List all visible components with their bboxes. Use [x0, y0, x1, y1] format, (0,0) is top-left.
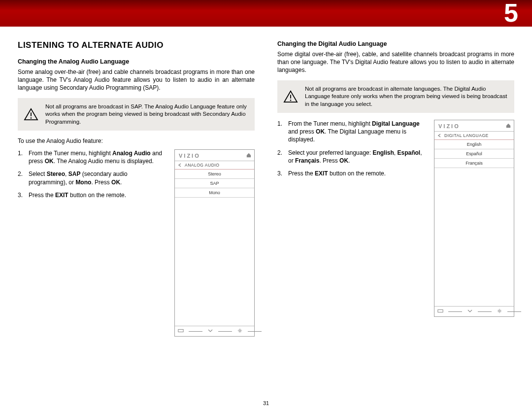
- chevron-down-icon: [467, 308, 473, 314]
- digital-step-1: From the Tuner menu, highlight Digital L…: [277, 120, 426, 144]
- osd-menu-title: DIGITAL LANGUAGE: [444, 133, 489, 138]
- osd-brand-label: VIZIO: [179, 153, 200, 159]
- analog-step-3: Press the EXIT button on the remote.: [18, 191, 166, 199]
- back-caret-icon: [437, 134, 441, 137]
- osd-item: Español: [434, 149, 514, 159]
- wide-icon: [437, 308, 443, 314]
- analog-osd-mockup: VIZIO ANALOG AUDIO Stereo SAP Mono: [174, 149, 255, 337]
- subsection-heading-analog: Changing the Analog Audio Language: [18, 58, 255, 65]
- digital-warning-text: Not all programs are broadcast in altern…: [305, 85, 508, 108]
- digital-intro-paragraph: Some digital over-the-air (free), cable,…: [277, 50, 514, 74]
- gear-icon: [497, 308, 502, 314]
- left-column: LISTENING TO ALTERNATE AUDIO Changing th…: [18, 40, 255, 337]
- back-caret-icon: [178, 163, 182, 167]
- analog-lead-text: To use the Analog Audio feature:: [18, 137, 255, 144]
- osd-title-row: DIGITAL LANGUAGE: [434, 132, 514, 140]
- home-icon: [246, 153, 251, 159]
- svg-point-1: [31, 117, 32, 119]
- chevron-down-icon: [207, 328, 213, 334]
- page-content: LISTENING TO ALTERNATE AUDIO Changing th…: [0, 27, 532, 342]
- analog-warning-text: Not all programs are broadcast in SAP. T…: [45, 103, 249, 126]
- digital-steps-list: From the Tuner menu, highlight Digital L…: [277, 120, 426, 182]
- osd-header: VIZIO: [434, 120, 514, 132]
- svg-rect-2: [178, 330, 183, 332]
- chapter-number: 5: [504, 0, 518, 28]
- osd-header: VIZIO: [175, 150, 254, 161]
- chapter-header-bar: 5: [0, 0, 532, 27]
- subsection-heading-digital: Changing the Digital Audio Language: [277, 40, 514, 47]
- warning-icon: [283, 90, 298, 103]
- osd-footer: [175, 326, 254, 336]
- digital-osd-mockup: VIZIO DIGITAL LANGUAGE English Español F…: [434, 120, 514, 317]
- osd-item: English: [434, 140, 514, 149]
- section-heading: LISTENING TO ALTERNATE AUDIO: [18, 40, 255, 50]
- svg-rect-6: [438, 310, 443, 312]
- right-column: Changing the Digital Audio Language Some…: [277, 40, 514, 337]
- page-number: 31: [0, 400, 532, 406]
- osd-menu-title: ANALOG AUDIO: [185, 163, 219, 168]
- osd-title-row: ANALOG AUDIO: [175, 161, 254, 170]
- analog-warning-box: Not all programs are broadcast in SAP. T…: [18, 98, 255, 131]
- wide-icon: [178, 328, 184, 334]
- osd-item: Stereo: [175, 170, 254, 179]
- analog-intro-paragraph: Some analog over-the-air (free) and cabl…: [18, 68, 255, 92]
- svg-point-5: [290, 100, 292, 101]
- analog-step-2: Select Stereo, SAP (secondary audio prog…: [18, 170, 166, 186]
- digital-step-2: Select your preferred language: English,…: [277, 149, 426, 165]
- osd-footer: [434, 306, 514, 316]
- osd-item: SAP: [175, 179, 254, 188]
- home-icon: [506, 123, 511, 129]
- svg-point-7: [499, 310, 500, 311]
- osd-brand-label: VIZIO: [438, 123, 460, 129]
- digital-step-3: Press the EXIT button on the remote.: [277, 170, 426, 177]
- gear-icon: [237, 328, 243, 334]
- analog-step-1: From the Tuner menu, highlight Analog Au…: [18, 149, 166, 165]
- warning-icon: [24, 108, 38, 121]
- osd-item: Mono: [175, 188, 254, 198]
- analog-steps-list: From the Tuner menu, highlight Analog Au…: [18, 149, 166, 204]
- digital-warning-box: Not all programs are broadcast in altern…: [277, 80, 514, 113]
- svg-point-3: [239, 330, 240, 331]
- osd-item: Français: [434, 159, 514, 168]
